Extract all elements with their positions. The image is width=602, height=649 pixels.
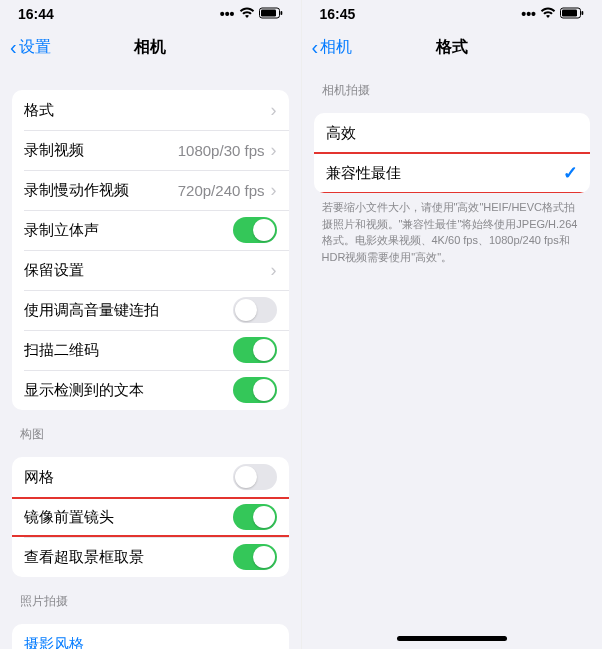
row-view-outside-frame: 查看超取景框取景 — [12, 537, 289, 577]
svg-rect-5 — [582, 11, 584, 15]
toggle-scan-qr[interactable] — [233, 337, 277, 363]
detail-text: 1080p/30 fps — [178, 142, 265, 159]
chevron-right-icon: › — [271, 101, 277, 119]
section-header-photo-capture: 照片拍摄 — [0, 577, 301, 616]
svg-rect-2 — [280, 11, 282, 15]
status-time: 16:44 — [18, 6, 54, 22]
row-detect-text: 显示检测到的文本 — [12, 370, 289, 410]
camera-settings-screen: 16:44 ••• ‹ 设置 相机 格式 › 录制视频 — [0, 0, 301, 649]
toggle-detect-text[interactable] — [233, 377, 277, 403]
footer-note: 若要缩小文件大小，请使用"高效"HEIF/HEVC格式拍摄照片和视频。"兼容性最… — [302, 193, 603, 285]
section-header-camera-capture: 相机拍摄 — [302, 66, 603, 105]
formats-group: 高效 兼容性最佳 ✓ — [314, 113, 591, 193]
battery-icon — [259, 6, 283, 22]
row-format[interactable]: 格式 › — [12, 90, 289, 130]
toggle-grid[interactable] — [233, 464, 277, 490]
row-grid: 网格 — [12, 457, 289, 497]
row-photographic-styles[interactable]: 摄影风格 — [12, 624, 289, 649]
svg-rect-1 — [261, 10, 276, 17]
toggle-stereo[interactable] — [233, 217, 277, 243]
nav-bar: ‹ 相机 格式 — [302, 28, 603, 66]
section-header-composition: 构图 — [0, 410, 301, 449]
row-record-slomo[interactable]: 录制慢动作视频 720p/240 fps › — [12, 170, 289, 210]
status-bar: 16:45 ••• — [302, 0, 603, 28]
home-indicator[interactable] — [397, 636, 507, 641]
toggle-volume-burst[interactable] — [233, 297, 277, 323]
status-indicators: ••• — [521, 6, 584, 22]
settings-group-composition: 网格 镜像前置镜头 查看超取景框取景 — [12, 457, 289, 577]
back-button[interactable]: ‹ 相机 — [312, 37, 353, 58]
status-bar: 16:44 ••• — [0, 0, 301, 28]
checkmark-icon: ✓ — [563, 162, 578, 184]
option-high-efficiency[interactable]: 高效 — [314, 113, 591, 153]
status-time: 16:45 — [320, 6, 356, 22]
toggle-mirror-front[interactable] — [233, 504, 277, 530]
dots-icon: ••• — [220, 6, 235, 22]
formats-content: 相机拍摄 高效 兼容性最佳 ✓ 若要缩小文件大小，请使用"高效"HEIF/HEV… — [302, 66, 603, 649]
row-scan-qr: 扫描二维码 — [12, 330, 289, 370]
settings-group-photo-capture: 摄影风格 — [12, 624, 289, 649]
back-label: 设置 — [19, 37, 51, 58]
row-preserve-settings[interactable]: 保留设置 › — [12, 250, 289, 290]
settings-group-main: 格式 › 录制视频 1080p/30 fps › 录制慢动作视频 720p/24… — [12, 90, 289, 410]
nav-bar: ‹ 设置 相机 — [0, 28, 301, 66]
row-stereo: 录制立体声 — [12, 210, 289, 250]
settings-content: 格式 › 录制视频 1080p/30 fps › 录制慢动作视频 720p/24… — [0, 66, 301, 649]
back-button[interactable]: ‹ 设置 — [10, 37, 51, 58]
svg-rect-4 — [562, 10, 577, 17]
wifi-icon — [540, 6, 556, 22]
dots-icon: ••• — [521, 6, 536, 22]
chevron-left-icon: ‹ — [312, 37, 319, 57]
toggle-view-outside-frame[interactable] — [233, 544, 277, 570]
wifi-icon — [239, 6, 255, 22]
option-most-compatible[interactable]: 兼容性最佳 ✓ — [314, 153, 591, 193]
row-volume-burst: 使用调高音量键连拍 — [12, 290, 289, 330]
row-mirror-front: 镜像前置镜头 — [12, 497, 289, 537]
chevron-right-icon: › — [271, 261, 277, 279]
back-label: 相机 — [320, 37, 352, 58]
chevron-right-icon: › — [271, 181, 277, 199]
row-record-video[interactable]: 录制视频 1080p/30 fps › — [12, 130, 289, 170]
formats-screen: 16:45 ••• ‹ 相机 格式 相机拍摄 高效 兼容性最佳 — [301, 0, 603, 649]
detail-text: 720p/240 fps — [178, 182, 265, 199]
battery-icon — [560, 6, 584, 22]
chevron-right-icon: › — [271, 141, 277, 159]
status-indicators: ••• — [220, 6, 283, 22]
chevron-left-icon: ‹ — [10, 37, 17, 57]
